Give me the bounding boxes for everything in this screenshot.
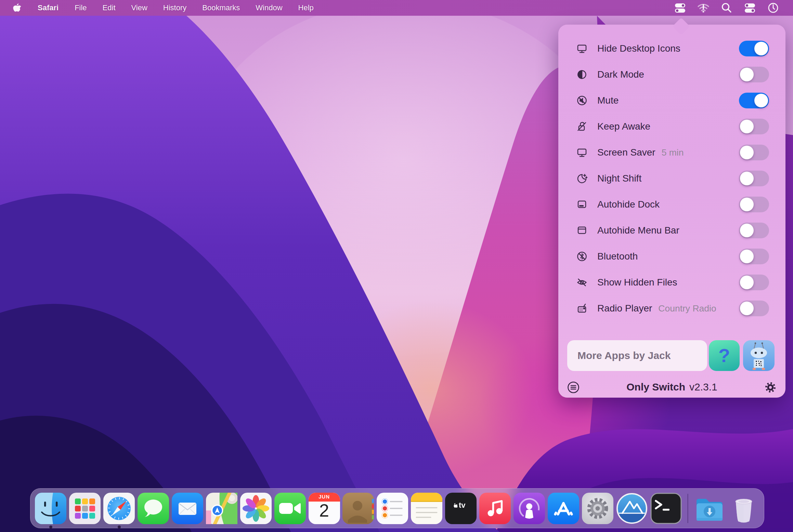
toggle-dark-mode[interactable] (739, 67, 769, 82)
dock-item-podcasts[interactable] (514, 493, 545, 524)
menu-bar: Safari FileEditViewHistoryBookmarksWindo… (0, 0, 793, 16)
spotlight-search-icon[interactable] (720, 1, 733, 15)
svg-text:tv: tv (459, 501, 466, 509)
dock-item-messages[interactable] (138, 493, 169, 524)
dock-item-trash[interactable] (728, 493, 759, 524)
switch-row-screen-saver: Screen Saver5 min (558, 139, 785, 165)
dock-item-finder[interactable] (35, 493, 66, 524)
apple-logo-icon (13, 3, 21, 13)
switch-label: Mute (597, 95, 619, 106)
dock-square-icon (575, 198, 588, 211)
switch-label: Hide Desktop Icons (597, 43, 680, 54)
calendar-month: JUN (309, 494, 340, 500)
toggle-knob (740, 302, 754, 315)
dock-item-tv[interactable]: tv (445, 493, 477, 524)
toggle-night-shift[interactable] (739, 171, 769, 186)
bluetooth-slash-icon (575, 250, 588, 263)
dock-item-calendar[interactable]: JUN 2 (309, 493, 340, 524)
toggle-bluetooth[interactable] (739, 249, 769, 264)
toggle-knob (740, 276, 754, 289)
dock-item-system-preferences[interactable] (582, 493, 613, 524)
dock-item-maps[interactable] (206, 493, 237, 524)
toggle-knob (740, 250, 754, 263)
dock-item-music[interactable] (479, 493, 511, 524)
switch-label: Night Shift (597, 173, 641, 184)
toggle-autohide-dock[interactable] (739, 197, 769, 212)
toggle-knob (754, 42, 768, 55)
control-center-icon[interactable] (743, 1, 757, 15)
switch-row-radio-player: Radio PlayerCountry Radio (558, 295, 785, 321)
wifi-warning-icon[interactable] (697, 1, 710, 15)
toggle-hide-desktop-icons[interactable] (739, 41, 769, 56)
panel-footer: Only Switchv2.3.1 (558, 381, 785, 394)
dock-item-launchpad[interactable] (69, 493, 101, 524)
app-title: Only Switchv2.3.1 (558, 381, 785, 393)
desktop: { "menu_bar": { "app_name": "Safari", "m… (0, 0, 793, 532)
dock-item-downloads[interactable] (694, 493, 725, 524)
switch-value: Country Radio (658, 303, 716, 314)
menu-item-help[interactable]: Help (290, 3, 322, 12)
switch-row-keep-awake: Keep Awake (558, 114, 785, 139)
calendar-day: 2 (309, 500, 340, 521)
toggle-knob (740, 146, 754, 159)
switch-row-bluetooth: Bluetooth (558, 243, 785, 269)
toggle-radio-player[interactable] (739, 301, 769, 316)
toggle-knob (740, 120, 754, 133)
dock-item-app-store[interactable] (548, 493, 579, 524)
eye-slash-icon (575, 276, 588, 289)
menu-item-history[interactable]: History (155, 3, 194, 12)
menubar-square-icon (575, 224, 588, 237)
robot-app-icon[interactable] (743, 340, 775, 371)
mute-icon (575, 94, 588, 107)
menu-item-bookmarks[interactable]: Bookmarks (194, 3, 248, 12)
switch-label: Dark Mode (597, 69, 644, 80)
toggle-knob (740, 198, 754, 211)
toggle-keep-awake[interactable] (739, 119, 769, 134)
only-switch-menu-icon[interactable] (673, 1, 687, 15)
menu-item-file[interactable]: File (67, 3, 94, 12)
toggle-knob (740, 68, 754, 81)
switch-row-autohide-dock: Autohide Dock (558, 191, 785, 217)
menu-item-edit[interactable]: Edit (95, 3, 124, 12)
menu-item-window[interactable]: Window (248, 3, 290, 12)
dock-item-photos[interactable] (240, 493, 272, 524)
menu-item-view[interactable]: View (124, 3, 155, 12)
switch-label: Autohide Dock (597, 199, 660, 210)
dock-item-notes[interactable] (411, 493, 442, 524)
switch-row-autohide-menu-bar: Autohide Menu Bar (558, 217, 785, 243)
clock-icon[interactable] (766, 1, 780, 15)
toggle-autohide-menu-bar[interactable] (739, 223, 769, 238)
dock-item-contacts[interactable] (342, 493, 374, 524)
dock-separator (687, 494, 688, 523)
dock-item-app-cleaner[interactable] (616, 493, 648, 524)
app-version: v2.3.1 (689, 381, 717, 393)
switch-label: Bluetooth (597, 251, 638, 262)
toggle-screen-saver[interactable] (739, 145, 769, 160)
toggle-show-hidden-files[interactable] (739, 275, 769, 290)
toggle-mute[interactable] (739, 93, 769, 108)
switch-label: Show Hidden Files (597, 277, 677, 288)
screen-saver-icon (575, 146, 588, 159)
switch-row-hide-desktop-icons: Hide Desktop Icons (558, 36, 785, 62)
help-app-icon[interactable]: ? (709, 340, 740, 371)
apple-menu[interactable] (0, 3, 29, 13)
switch-list: Hide Desktop IconsDark ModeMuteKeep Awak… (558, 36, 785, 321)
switch-value: 5 min (662, 147, 684, 158)
dock-item-mail[interactable] (172, 493, 203, 524)
contrast-icon (575, 68, 588, 81)
running-indicator (49, 526, 52, 529)
dock-item-reminders[interactable] (377, 493, 408, 524)
only-switch-panel: Hide Desktop IconsDark ModeMuteKeep Awak… (558, 25, 785, 398)
toggle-knob (740, 224, 754, 237)
switch-row-dark-mode: Dark Mode (558, 62, 785, 88)
more-apps-banner[interactable]: More Apps by Jack (567, 340, 707, 371)
menu-bar-status-icons (673, 1, 793, 15)
lock-slash-icon (575, 120, 588, 133)
settings-gear-button[interactable] (764, 381, 777, 394)
dock-item-safari[interactable] (103, 493, 135, 524)
menu-item-app-name[interactable]: Safari (29, 3, 67, 12)
switch-label: Keep Awake (597, 121, 650, 132)
dock-item-facetime[interactable] (274, 493, 306, 524)
dock-item-terminal[interactable] (650, 493, 682, 524)
switch-row-night-shift: Night Shift (558, 165, 785, 191)
